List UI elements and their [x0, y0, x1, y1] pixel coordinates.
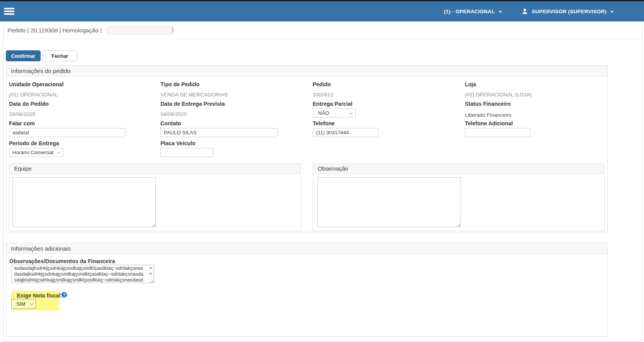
pedido-value: 2001612 [313, 92, 333, 98]
falar-com-label: Falar com [9, 120, 35, 126]
contato-input[interactable] [160, 128, 278, 137]
scroll-down-icon[interactable] [149, 273, 152, 275]
exige-nota-fiscal-selected: SIM [16, 301, 25, 307]
chevron-down-icon [349, 111, 352, 114]
tipo-pedido-value: VENDA DE MERCADORIAS [160, 92, 228, 98]
additional-info-panel-body: Observações/Documentos da Financeira Exi… [6, 254, 607, 337]
menu-hamburger-icon[interactable] [4, 7, 14, 16]
exige-nota-fiscal-label: Exige Nota fiscal? [17, 292, 64, 299]
status-financeiro-label: Status Financeiro [465, 101, 511, 107]
data-pedido-label: Data do Pedido [9, 101, 49, 107]
user-icon [521, 8, 528, 14]
chevron-down-icon [30, 302, 33, 305]
close-button[interactable]: Fechar [43, 50, 77, 61]
placa-veiculo-label: Placa Veículo [160, 140, 196, 146]
data-entrega-prevista-label: Data de Entrega Prevista [160, 101, 225, 107]
scroll-up-icon[interactable] [149, 267, 152, 269]
observacao-panel-title: Observação [313, 164, 604, 174]
equipe-panel: Equipe [9, 163, 301, 231]
confirm-button[interactable]: Confirmar [6, 50, 41, 61]
entrega-parcial-select[interactable]: NÃO [313, 109, 356, 118]
pedido-label: Pedido [313, 81, 331, 87]
chevron-down-icon [610, 11, 614, 13]
periodo-entrega-select[interactable]: Horário Comercial [9, 148, 63, 157]
unidade-operacional-value: (01) OPERACIONAL [9, 92, 58, 98]
order-info-panel: Informações do pedido Unidade Operaciona… [6, 65, 608, 232]
telefone-adicional-label: Telefone Adicional [465, 120, 513, 126]
financeira-textarea-wrap [11, 265, 154, 283]
contato-label: Contato [160, 120, 181, 126]
additional-info-panel-title: Informações adicionais [6, 243, 607, 254]
chevron-down-icon [499, 11, 502, 13]
observacao-panel: Observação [313, 163, 605, 231]
toolbar: Confirmar Fechar [6, 50, 77, 61]
loja-value: (02) OPERACIONAL (LOJA) [465, 92, 532, 98]
periodo-entrega-selected: Horário Comercial [12, 150, 53, 155]
telefone-adicional-input[interactable] [465, 128, 530, 137]
tipo-pedido-label: Tipo de Pedido [160, 81, 199, 87]
order-info-panel-title: Informações do pedido [6, 66, 607, 77]
status-financeiro-value: Liberado Financeiro [465, 112, 511, 118]
topbar-right: (1) - OPERACIONAL SUPERVISOR (SUPERVISOR… [444, 8, 644, 14]
redacted-customer-name: ) [106, 26, 174, 35]
chevron-down-icon [57, 150, 60, 153]
exige-nota-fiscal-select[interactable]: SIM [11, 299, 36, 309]
user-dropdown-label: SUPERVISOR (SUPERVISOR) [532, 9, 607, 14]
financeira-label: Observações/Documentos da Financeira [9, 258, 115, 264]
data-pedido-value: 28/08/2025 [9, 111, 36, 117]
additional-info-panel: Informações adicionais Observações/Docum… [6, 243, 608, 337]
help-icon[interactable]: ? [62, 292, 67, 297]
entrega-parcial-label: Entrega Parcial [313, 101, 352, 107]
equipe-panel-title: Equipe [9, 164, 301, 174]
equipe-textarea[interactable] [12, 177, 156, 227]
loja-label: Loja [465, 81, 476, 87]
observacao-textarea[interactable] [317, 177, 461, 227]
placa-veiculo-input[interactable] [160, 148, 213, 157]
periodo-entrega-label: Período de Entrega [9, 140, 59, 146]
breadcrumb-text: Pedido | 20.119308 | Homologação | [7, 27, 102, 34]
equipe-textarea-wrap [12, 177, 156, 227]
order-info-panel-body: Unidade Operacional (01) OPERACIONAL Tip… [6, 77, 607, 232]
unidade-operacional-label: Unidade Operacional [9, 81, 64, 87]
unit-dropdown[interactable]: (1) - OPERACIONAL [444, 9, 502, 14]
data-entrega-prevista-value: 04/09/2025 [160, 111, 187, 117]
page-container: Pedido | 20.119308 | Homologação | ) Con… [3, 21, 642, 342]
telefone-label: Telefone [313, 120, 335, 126]
falar-com-input[interactable] [9, 128, 125, 137]
user-dropdown[interactable]: SUPERVISOR (SUPERVISOR) [521, 8, 614, 14]
breadcrumb: Pedido | 20.119308 | Homologação | ) [4, 21, 642, 39]
financeira-textarea[interactable] [11, 265, 154, 283]
telefone-input[interactable] [313, 128, 378, 137]
topbar: (1) - OPERACIONAL SUPERVISOR (SUPERVISOR… [0, 1, 644, 21]
unit-dropdown-label: (1) - OPERACIONAL [444, 9, 495, 14]
observacao-textarea-wrap [317, 177, 461, 227]
entrega-parcial-selected: NÃO [318, 110, 329, 116]
